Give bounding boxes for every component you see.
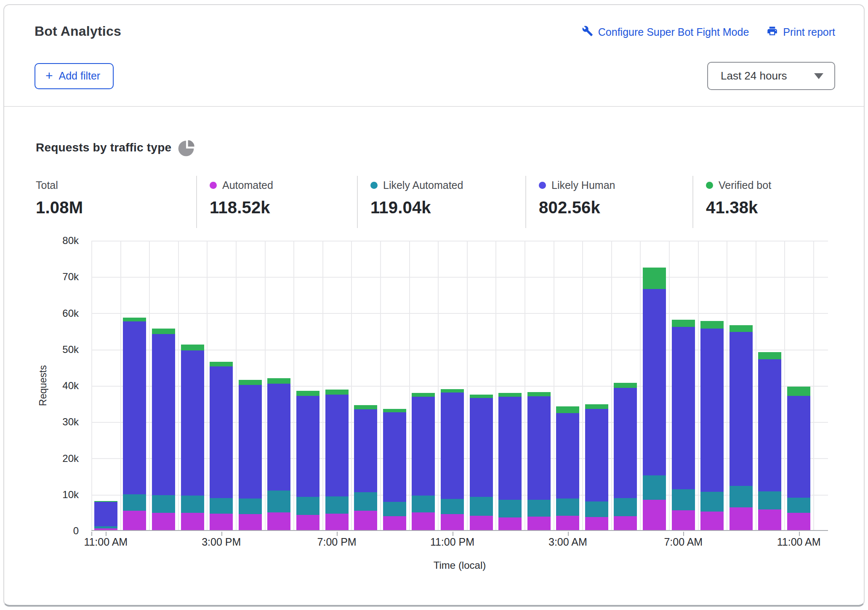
bar-segment-likely-automated[interactable] xyxy=(470,497,493,516)
bar-segment-likely-automated[interactable] xyxy=(239,499,262,514)
stacked-bar[interactable] xyxy=(441,389,464,530)
bar-segment-verified-bot[interactable] xyxy=(614,383,637,388)
stacked-bar[interactable] xyxy=(383,409,406,530)
stacked-bar[interactable] xyxy=(556,406,579,530)
bar-segment-likely-human[interactable] xyxy=(758,359,781,491)
bar-segment-likely-human[interactable] xyxy=(470,398,493,497)
bar-segment-likely-human[interactable] xyxy=(383,412,406,502)
bar-segment-likely-automated[interactable] xyxy=(210,498,233,514)
stacked-bar[interactable] xyxy=(325,390,349,530)
bar-segment-likely-human[interactable] xyxy=(239,385,262,499)
bar-segment-likely-automated[interactable] xyxy=(758,491,781,509)
bar-segment-automated[interactable] xyxy=(383,516,406,530)
bar-segment-likely-automated[interactable] xyxy=(585,501,608,517)
bar-segment-likely-automated[interactable] xyxy=(441,499,464,514)
bar-segment-likely-automated[interactable] xyxy=(672,489,695,511)
bar-segment-likely-human[interactable] xyxy=(152,334,175,495)
bar-segment-likely-automated[interactable] xyxy=(643,475,666,500)
bar-segment-verified-bot[interactable] xyxy=(700,321,724,329)
bar-segment-likely-automated[interactable] xyxy=(730,486,753,507)
time-range-select[interactable]: Last 24 hours xyxy=(707,62,835,90)
bar-segment-likely-human[interactable] xyxy=(210,366,233,498)
bar-segment-verified-bot[interactable] xyxy=(383,409,406,412)
stacked-bar[interactable] xyxy=(498,393,522,530)
bar-segment-verified-bot[interactable] xyxy=(267,378,290,384)
print-report-link[interactable]: Print report xyxy=(767,25,835,39)
bar-segment-likely-human[interactable] xyxy=(267,384,290,491)
bar-segment-likely-automated[interactable] xyxy=(123,494,146,511)
bar-segment-verified-bot[interactable] xyxy=(152,329,175,334)
bar-segment-verified-bot[interactable] xyxy=(470,395,493,398)
bar-segment-verified-bot[interactable] xyxy=(239,380,262,385)
bar-segment-verified-bot[interactable] xyxy=(325,390,349,395)
stacked-bar[interactable] xyxy=(614,383,637,530)
bar-segment-automated[interactable] xyxy=(758,509,781,530)
stacked-bar[interactable] xyxy=(787,387,810,530)
stacked-bar[interactable] xyxy=(267,378,290,530)
stacked-bar[interactable] xyxy=(152,329,175,530)
stacked-bar[interactable] xyxy=(181,345,204,530)
stacked-bar[interactable] xyxy=(672,320,695,530)
bar-segment-verified-bot[interactable] xyxy=(441,389,464,393)
bar-segment-likely-human[interactable] xyxy=(296,396,320,497)
bar-segment-likely-automated[interactable] xyxy=(325,496,349,514)
bar-segment-automated[interactable] xyxy=(325,514,349,530)
bar-segment-automated[interactable] xyxy=(181,513,204,530)
bar-segment-likely-automated[interactable] xyxy=(700,492,724,512)
bar-segment-likely-automated[interactable] xyxy=(181,496,204,513)
bar-segment-automated[interactable] xyxy=(672,510,695,530)
bar-segment-verified-bot[interactable] xyxy=(296,391,320,396)
bar-segment-verified-bot[interactable] xyxy=(787,387,810,396)
bar-segment-likely-automated[interactable] xyxy=(412,496,435,512)
stacked-bar[interactable] xyxy=(730,325,753,530)
bar-segment-automated[interactable] xyxy=(354,511,377,530)
bar-segment-likely-human[interactable] xyxy=(787,396,810,498)
bar-segment-automated[interactable] xyxy=(412,512,435,530)
stacked-bar[interactable] xyxy=(123,318,146,530)
add-filter-button[interactable]: + Add filter xyxy=(35,63,114,89)
stacked-bar[interactable] xyxy=(758,352,781,530)
stacked-bar[interactable] xyxy=(296,391,320,530)
bar-segment-verified-bot[interactable] xyxy=(556,406,579,413)
bar-segment-automated[interactable] xyxy=(787,513,810,530)
stacked-bar[interactable] xyxy=(210,362,233,530)
bar-segment-likely-human[interactable] xyxy=(527,396,551,500)
configure-super-bot-fight-mode-link[interactable]: Configure Super Bot Fight Mode xyxy=(582,25,749,39)
stacked-bar[interactable] xyxy=(412,393,435,530)
bar-segment-verified-bot[interactable] xyxy=(498,393,522,397)
stacked-bar[interactable] xyxy=(94,501,117,530)
bar-segment-likely-human[interactable] xyxy=(700,329,724,491)
bar-segment-automated[interactable] xyxy=(152,513,175,530)
bar-segment-verified-bot[interactable] xyxy=(412,393,435,397)
bar-segment-verified-bot[interactable] xyxy=(527,392,551,396)
bar-segment-automated[interactable] xyxy=(643,500,666,530)
bar-segment-likely-automated[interactable] xyxy=(296,497,320,515)
bar-segment-verified-bot[interactable] xyxy=(354,405,377,409)
bar-segment-verified-bot[interactable] xyxy=(758,352,781,359)
stacked-bar[interactable] xyxy=(700,321,724,530)
bar-segment-automated[interactable] xyxy=(730,507,753,530)
bar-segment-automated[interactable] xyxy=(498,517,522,530)
bar-segment-likely-human[interactable] xyxy=(441,393,464,499)
bar-segment-automated[interactable] xyxy=(94,528,117,530)
bar-segment-likely-automated[interactable] xyxy=(152,495,175,512)
bar-segment-likely-human[interactable] xyxy=(730,332,753,486)
bar-segment-automated[interactable] xyxy=(296,515,320,530)
bar-segment-automated[interactable] xyxy=(123,511,146,530)
bar-segment-verified-bot[interactable] xyxy=(643,268,666,289)
bar-segment-likely-automated[interactable] xyxy=(556,499,579,516)
bar-segment-verified-bot[interactable] xyxy=(123,318,146,321)
bar-segment-likely-automated[interactable] xyxy=(498,500,522,517)
stacked-bar[interactable] xyxy=(239,380,262,530)
stacked-bar[interactable] xyxy=(527,392,551,530)
bar-segment-verified-bot[interactable] xyxy=(585,404,608,409)
bar-segment-likely-human[interactable] xyxy=(498,397,522,500)
bar-segment-automated[interactable] xyxy=(556,516,579,530)
bar-segment-likely-human[interactable] xyxy=(614,388,637,498)
bar-segment-automated[interactable] xyxy=(585,517,608,530)
bar-segment-likely-human[interactable] xyxy=(94,502,117,526)
bar-segment-likely-human[interactable] xyxy=(556,413,579,499)
bar-segment-likely-human[interactable] xyxy=(412,397,435,496)
bar-segment-automated[interactable] xyxy=(267,512,290,530)
bar-segment-verified-bot[interactable] xyxy=(672,320,695,327)
